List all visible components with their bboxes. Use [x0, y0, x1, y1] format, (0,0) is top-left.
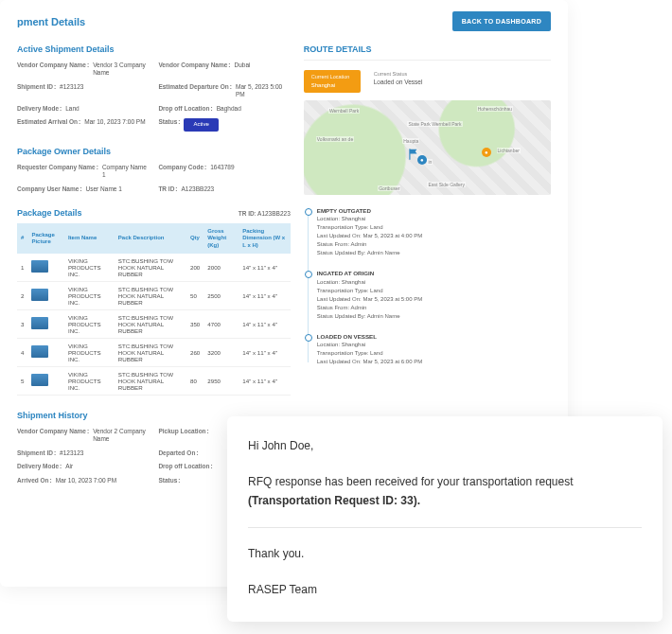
field-delivery-mode: Delivery Mode Land: [17, 105, 149, 113]
current-status: Current Status Loaded on Vessel: [374, 70, 423, 93]
timeline-item: EMPTY OUTGATED Location: Shanghai Transp…: [317, 206, 551, 257]
cell-picture: [27, 366, 63, 395]
field-estimated-departure: Estimated Departure On Mar 5, 2023 5:00 …: [158, 83, 290, 99]
field-shipment-id: Shipment ID #123123: [17, 83, 149, 99]
cell-num: 4: [17, 338, 27, 366]
cell-item: VIKING PRODUCTS INC.: [64, 309, 115, 338]
current-location-badge: Current Location Shanghai: [304, 70, 361, 93]
map-label: in: [427, 159, 433, 165]
cell-desc: STC:BUSHING TOW HOOK NATURAL RUBBER: [115, 254, 186, 282]
cell-qty: 80: [186, 366, 203, 395]
email-greeting: Hi John Doe,: [248, 437, 642, 455]
map-label: East Side Gallery: [427, 182, 466, 187]
cell-qty: 350: [186, 309, 203, 338]
page-title: pment Details: [17, 16, 85, 27]
package-table: # Package Picture Item Name Pack Descrip…: [17, 223, 291, 396]
cell-qty: 200: [186, 254, 203, 282]
email-thanks: Thank you.: [248, 545, 642, 563]
hist-shipment-id: Shipment ID #123123: [17, 449, 149, 457]
cell-dim: 14" x 11" x 4": [239, 309, 291, 338]
map-label: Volksmarkt an de: [316, 136, 354, 142]
timeline-item: INGATED AT ORIGIN Location: Shanghai Tra…: [317, 269, 551, 320]
field-estimated-arrival: Estimated Arrival On Mar 10, 2023 7:00 P…: [17, 118, 149, 132]
cell-num: 3: [17, 309, 27, 338]
cell-weight: 2000: [203, 254, 239, 282]
back-to-dashboard-button[interactable]: BACK TO DASHBOARD: [452, 11, 551, 31]
package-details-title: Package Details: [17, 208, 82, 218]
map-label: Haupta: [402, 138, 419, 144]
cell-picture: [27, 338, 63, 366]
active-shipment-title: Active Shipment Details: [17, 44, 291, 54]
cell-dim: 14" x 11" x 4": [239, 254, 291, 282]
cell-desc: STC:BUSHING TOW HOOK NATURAL RUBBER: [115, 309, 186, 338]
field-status: Status Active: [158, 118, 290, 132]
package-thumbnail-icon: [31, 260, 48, 273]
route-details-title: ROUTE DETAILS: [304, 44, 551, 61]
cell-picture: [27, 281, 63, 309]
email-notification-card: Hi John Doe, RFQ response has been recei…: [227, 416, 663, 622]
map-label: Hohenschönhau: [477, 106, 513, 112]
cell-item: VIKING PRODUCTS INC.: [64, 366, 115, 395]
status-badge: Active: [184, 118, 218, 132]
map-flag-icon: [407, 148, 420, 161]
cell-qty: 260: [186, 338, 203, 366]
map-label: Gortbuser: [378, 185, 400, 191]
col-gross-weight[interactable]: Gross Weight (Kg): [203, 223, 239, 254]
timeline-title: INGATED AT ORIGIN: [317, 269, 551, 277]
col-packing-dim[interactable]: Packing Dimension (W x L x H): [239, 223, 291, 254]
field-company-code: Company Code 1643789: [158, 164, 290, 180]
cell-weight: 2500: [203, 281, 239, 309]
col-num[interactable]: #: [17, 223, 27, 254]
timeline-item: LOADED ON VESSEL Location: Shanghai Tran…: [317, 332, 551, 366]
cell-picture: [27, 309, 63, 338]
cell-dim: 14" x 11" x 4": [239, 366, 291, 395]
hist-arrived-on: Arrived On Mar 10, 2023 7:00 PM: [17, 477, 149, 484]
cell-num: 5: [17, 366, 27, 395]
cell-weight: 4700: [203, 309, 239, 338]
col-item-name[interactable]: Item Name: [64, 223, 115, 254]
cell-picture: [27, 254, 63, 282]
map-label: Wernbell Park: [328, 108, 360, 114]
table-row[interactable]: 1 VIKING PRODUCTS INC. STC:BUSHING TOW H…: [17, 254, 291, 282]
timeline-title: LOADED ON VESSEL: [317, 332, 551, 341]
cell-desc: STC:BUSHING TOW HOOK NATURAL RUBBER: [115, 281, 186, 309]
field-vendor-company-2: Vendor Company Name Dubai: [158, 62, 290, 78]
map-pin-destination-icon[interactable]: ●: [482, 148, 491, 157]
field-tr-id: TR ID A123BB223: [158, 185, 290, 193]
hist-delivery-mode: Delivery Mode Air: [17, 463, 149, 470]
package-thumbnail-icon: [31, 289, 48, 301]
table-row[interactable]: 4 VIKING PRODUCTS INC. STC:BUSHING TOW H…: [17, 338, 291, 366]
timeline-title: EMPTY OUTGATED: [317, 206, 551, 215]
package-thumbnail-icon: [31, 317, 48, 329]
cell-num: 2: [17, 281, 27, 309]
cell-item: VIKING PRODUCTS INC.: [64, 281, 115, 309]
hist-vendor-company: Vendor Company Name Vendor 2 Company Nam…: [17, 428, 149, 444]
field-requester-company: Requester Company Name Company Name 1: [17, 164, 149, 180]
cell-item: VIKING PRODUCTS INC.: [64, 338, 115, 366]
cell-weight: 2950: [203, 366, 239, 395]
route-timeline: EMPTY OUTGATED Location: Shanghai Transp…: [304, 206, 551, 366]
package-thumbnail-icon: [31, 345, 48, 358]
email-divider: [248, 527, 642, 528]
cell-qty: 50: [186, 281, 203, 309]
col-picture[interactable]: Package Picture: [27, 223, 63, 254]
package-owner-title: Package Owner Details: [17, 147, 291, 156]
email-body: RFQ response has been received for your …: [248, 473, 642, 509]
map-label: State Park Wernbell Park: [407, 121, 462, 127]
cell-desc: STC:BUSHING TOW HOOK NATURAL RUBBER: [115, 338, 186, 366]
cell-weight: 3200: [203, 338, 239, 366]
cell-dim: 14" x 11" x 4": [239, 281, 291, 309]
table-row[interactable]: 2 VIKING PRODUCTS INC. STC:BUSHING TOW H…: [17, 281, 291, 309]
col-qty[interactable]: Qty: [186, 223, 203, 254]
field-company-user: Company User Name User Name 1: [17, 185, 149, 193]
cell-desc: STC:BUSHING TOW HOOK NATURAL RUBBER: [115, 366, 186, 395]
package-thumbnail-icon: [31, 374, 48, 386]
cell-item: VIKING PRODUCTS INC.: [64, 254, 115, 282]
table-row[interactable]: 3 VIKING PRODUCTS INC. STC:BUSHING TOW H…: [17, 309, 291, 338]
map-label: Lichtanber: [497, 148, 521, 153]
package-tr-id: TR ID: A123BB223: [239, 210, 291, 217]
field-drop-off: Drop off Location Baghdad: [158, 105, 290, 113]
route-map[interactable]: Wernbell Park State Park Wernbell Park H…: [304, 100, 551, 195]
col-pack-desc[interactable]: Pack Description: [115, 223, 186, 254]
table-row[interactable]: 5 VIKING PRODUCTS INC. STC:BUSHING TOW H…: [17, 366, 291, 395]
